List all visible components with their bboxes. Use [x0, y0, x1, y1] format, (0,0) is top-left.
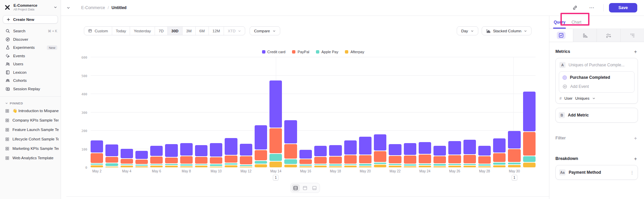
add-metric-card[interactable]: B Add Metric	[555, 108, 638, 123]
date-range-3m[interactable]: 3M	[182, 27, 195, 35]
bar-segment[interactable]	[374, 163, 386, 164]
bar-segment[interactable]	[433, 156, 446, 163]
pinned-board-item[interactable]: 👋 Introduction to Mixpanel Bo	[0, 106, 61, 115]
add-filter-plus-icon[interactable]: ＋	[633, 135, 638, 140]
tab-query[interactable]: Query	[553, 20, 566, 25]
bar-segment[interactable]	[478, 164, 491, 166]
more-options-button[interactable]: ⋯	[587, 3, 597, 12]
bar-segment[interactable]	[121, 149, 133, 158]
bar-segment[interactable]	[344, 155, 357, 164]
chart-type-dropdown[interactable]: Stacked Column	[482, 26, 532, 35]
bar-segment[interactable]	[269, 162, 282, 167]
bar-segment[interactable]	[195, 164, 207, 165]
bar-column[interactable]	[180, 57, 193, 167]
bar-segment[interactable]	[255, 164, 267, 167]
bar-segment[interactable]	[240, 167, 252, 168]
bar-column[interactable]	[508, 57, 520, 167]
bar-segment[interactable]	[329, 157, 342, 164]
project-switcher[interactable]: E-Commerce All Project Data	[0, 0, 61, 14]
bar-segment[interactable]	[493, 163, 506, 165]
granularity-dropdown[interactable]: Day	[457, 26, 478, 35]
tab-chart[interactable]: Chart	[571, 20, 582, 25]
bar-segment[interactable]	[508, 131, 520, 148]
bar-segment[interactable]	[404, 143, 416, 155]
bar-segment[interactable]	[195, 166, 207, 167]
bar-segment[interactable]	[255, 150, 267, 161]
bar-column[interactable]	[240, 57, 252, 167]
bar-segment[interactable]	[404, 156, 416, 164]
bar-segment[interactable]	[463, 164, 476, 165]
bar-segment[interactable]	[91, 165, 103, 167]
bar-segment[interactable]	[180, 164, 193, 165]
sidebar-item-discover[interactable]: Discover	[0, 35, 61, 44]
bar-segment[interactable]	[135, 151, 148, 159]
bar-column[interactable]	[284, 57, 297, 167]
bar-segment[interactable]	[91, 153, 103, 163]
breakdown-menu-icon[interactable]: ⋮	[630, 170, 634, 175]
add-breakdown-plus-icon[interactable]: ＋	[633, 156, 638, 161]
bar-segment[interactable]	[121, 164, 133, 165]
pinned-board-item[interactable]: Feature Launch Sample Templa	[0, 125, 61, 134]
bar-segment[interactable]	[135, 166, 148, 167]
bar-segment[interactable]	[240, 156, 252, 164]
bar-segment[interactable]	[404, 164, 416, 165]
date-range-30d[interactable]: 30D	[167, 27, 182, 35]
bar-column[interactable]	[433, 57, 446, 167]
tab-funnels[interactable]	[573, 29, 597, 42]
add-event-row[interactable]: Add Event	[562, 84, 631, 89]
save-button[interactable]: Save	[609, 3, 637, 12]
bar-segment[interactable]	[225, 138, 237, 155]
bar-segment[interactable]	[493, 153, 506, 162]
bar-segment[interactable]	[359, 166, 372, 167]
compare-button[interactable]: Compare	[250, 26, 280, 35]
bar-segment[interactable]	[389, 166, 401, 167]
bar-segment[interactable]	[210, 167, 222, 168]
bar-segment[interactable]	[478, 156, 491, 163]
bar-segment[interactable]	[165, 144, 178, 157]
date-range-xtd[interactable]: XTD	[224, 27, 245, 35]
bar-segment[interactable]	[314, 164, 327, 165]
bar-column[interactable]	[165, 57, 178, 167]
bar-segment[interactable]	[314, 157, 327, 164]
bar-column[interactable]	[269, 57, 282, 167]
breakdown-card[interactable]: Aa Payment Method ⋮	[555, 165, 638, 180]
tab-flows[interactable]	[597, 29, 621, 42]
bar-segment[interactable]	[314, 166, 327, 167]
bar-segment[interactable]	[493, 165, 506, 167]
bar-segment[interactable]	[121, 159, 133, 164]
bar-column[interactable]	[91, 57, 103, 167]
bar-segment[interactable]	[180, 143, 193, 155]
bar-segment[interactable]	[359, 164, 372, 166]
bar-segment[interactable]	[433, 164, 446, 166]
bar-segment[interactable]	[523, 163, 536, 167]
bar-segment[interactable]	[523, 92, 536, 131]
bar-segment[interactable]	[419, 142, 431, 154]
sidebar-item-users[interactable]: Users	[0, 60, 61, 68]
bar-segment[interactable]	[508, 149, 520, 162]
bar-segment[interactable]	[389, 156, 401, 164]
bar-segment[interactable]	[344, 140, 357, 155]
metric-a-name-placeholder[interactable]: Uniques of Purchase Comple...	[569, 63, 624, 67]
layout-table-only-icon[interactable]	[311, 184, 319, 192]
pinned-board-item[interactable]: Lifecycle Cohort Sample Temp	[0, 134, 61, 144]
layout-split-icon[interactable]	[292, 184, 300, 192]
bar-segment[interactable]	[448, 141, 461, 154]
bar-column[interactable]	[105, 57, 118, 167]
bar-segment[interactable]	[329, 166, 342, 167]
copy-link-icon[interactable]	[570, 3, 580, 12]
bar-segment[interactable]	[180, 156, 193, 164]
bar-segment[interactable]	[150, 146, 163, 156]
sidebar-item-experiments[interactable]: ExperimentsNew	[0, 43, 61, 52]
date-range-custom[interactable]: Custom	[84, 27, 112, 35]
aggregation-row[interactable]: # User Uniques	[559, 96, 635, 100]
annotation-count-badge[interactable]: 1	[512, 175, 517, 180]
date-range-7d[interactable]: 7D	[155, 27, 167, 35]
bar-segment[interactable]	[404, 166, 416, 167]
bar-segment[interactable]	[448, 155, 461, 163]
layout-chart-only-icon[interactable]	[301, 184, 309, 192]
bar-column[interactable]	[195, 57, 207, 167]
bar-segment[interactable]	[91, 164, 103, 165]
bar-column[interactable]	[255, 57, 267, 167]
sidebar-item-cohorts[interactable]: Cohorts	[0, 76, 61, 85]
bar-segment[interactable]	[299, 150, 312, 159]
